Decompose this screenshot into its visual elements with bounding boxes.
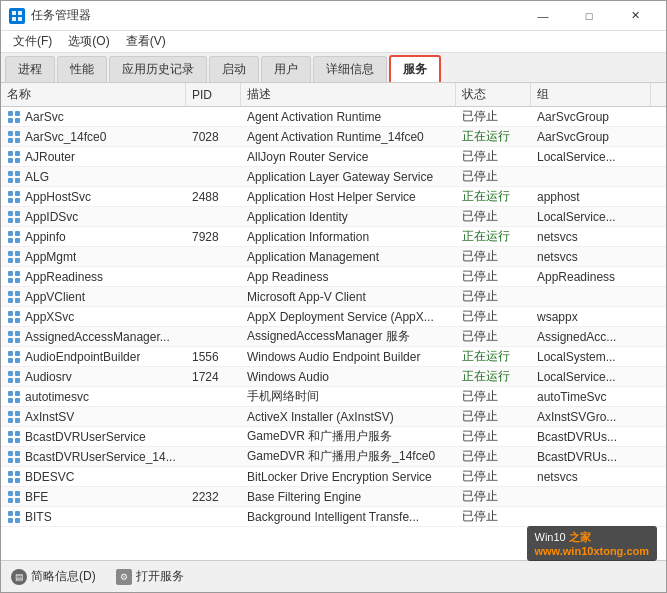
table-row[interactable]: AarSvc_14fce07028Agent Activation Runtim…: [1, 127, 666, 147]
svg-rect-51: [15, 338, 20, 343]
service-status: 已停止: [456, 267, 531, 286]
svg-rect-76: [8, 471, 13, 476]
service-icon: [7, 450, 21, 464]
svg-rect-57: [15, 371, 20, 376]
service-desc: Windows Audio Endpoint Builder: [241, 347, 456, 366]
service-desc: Agent Activation Runtime: [241, 107, 456, 126]
service-name: AxInstSV: [25, 410, 74, 424]
col-header-group[interactable]: 组: [531, 83, 651, 106]
service-icon: [7, 310, 21, 324]
col-header-status[interactable]: 状态: [456, 83, 531, 106]
col-header-pid[interactable]: PID: [186, 83, 241, 106]
svg-rect-78: [8, 478, 13, 483]
minimize-button[interactable]: —: [520, 1, 566, 31]
svg-rect-47: [15, 318, 20, 323]
table-row[interactable]: AppXSvcAppX Deployment Service (AppX...已…: [1, 307, 666, 327]
service-desc: Application Management: [241, 247, 456, 266]
service-status: 已停止: [456, 287, 531, 306]
svg-rect-30: [8, 238, 13, 243]
tab-startup[interactable]: 启动: [209, 56, 259, 82]
tab-details[interactable]: 详细信息: [313, 56, 387, 82]
service-group: [531, 507, 651, 526]
tab-services[interactable]: 服务: [389, 55, 441, 82]
service-group: AppReadiness: [531, 267, 651, 286]
service-name-cell: BcastDVRUserService: [1, 427, 186, 446]
table-row[interactable]: BcastDVRUserServiceGameDVR 和广播用户服务已停止Bca…: [1, 427, 666, 447]
service-desc: Windows Audio: [241, 367, 456, 386]
table-row[interactable]: AssignedAccessManager...AssignedAccessMa…: [1, 327, 666, 347]
service-name: AppHostSvc: [25, 190, 91, 204]
table-row[interactable]: AarSvcAgent Activation Runtime已停止AarSvcG…: [1, 107, 666, 127]
service-name-cell: ALG: [1, 167, 186, 186]
service-name: BcastDVRUserService_14...: [25, 450, 176, 464]
table-row[interactable]: AudioEndpointBuilder1556Windows Audio En…: [1, 347, 666, 367]
service-name-cell: AppVClient: [1, 287, 186, 306]
table-row[interactable]: BFE2232Base Filtering Engine已停止: [1, 487, 666, 507]
maximize-button[interactable]: □: [566, 1, 612, 31]
tab-users[interactable]: 用户: [261, 56, 311, 82]
table-body[interactable]: AarSvcAgent Activation Runtime已停止AarSvcG…: [1, 107, 666, 560]
svg-rect-61: [15, 391, 20, 396]
table-row[interactable]: AppVClientMicrosoft App-V Client已停止: [1, 287, 666, 307]
svg-rect-27: [15, 218, 20, 223]
table-row[interactable]: AppHostSvc2488Application Host Helper Se…: [1, 187, 666, 207]
svg-rect-87: [15, 518, 20, 523]
service-desc: Application Information: [241, 227, 456, 246]
service-group: wsappx: [531, 307, 651, 326]
table-row[interactable]: autotimesvc手机网络时间已停止autoTimeSvc: [1, 387, 666, 407]
table-row[interactable]: AxInstSVActiveX Installer (AxInstSV)已停止A…: [1, 407, 666, 427]
service-group: [531, 287, 651, 306]
svg-rect-10: [8, 138, 13, 143]
svg-rect-14: [8, 158, 13, 163]
svg-rect-67: [15, 418, 20, 423]
table-row[interactable]: BITSBackground Intelligent Transfe...已停止: [1, 507, 666, 527]
open-services-icon: ⚙: [116, 569, 132, 585]
service-name-cell: AxInstSV: [1, 407, 186, 426]
menu-options[interactable]: 选项(O): [60, 31, 117, 52]
svg-rect-4: [8, 111, 13, 116]
service-status: 已停止: [456, 247, 531, 266]
app-icon: [9, 8, 25, 24]
table-row[interactable]: Appinfo7928Application Information正在运行ne…: [1, 227, 666, 247]
service-group: BcastDVRUs...: [531, 427, 651, 446]
service-name-cell: BITS: [1, 507, 186, 526]
table-row[interactable]: BDESVCBitLocker Drive Encryption Service…: [1, 467, 666, 487]
service-name-cell: AJRouter: [1, 147, 186, 166]
open-services-button[interactable]: ⚙ 打开服务: [116, 568, 184, 585]
table-row[interactable]: AppIDSvcApplication Identity已停止LocalServ…: [1, 207, 666, 227]
svg-rect-62: [8, 398, 13, 403]
table-row[interactable]: BcastDVRUserService_14...GameDVR 和广播用户服务…: [1, 447, 666, 467]
service-icon: [7, 230, 21, 244]
tab-app-history[interactable]: 应用历史记录: [109, 56, 207, 82]
tab-performance[interactable]: 性能: [57, 56, 107, 82]
service-pid: 1724: [186, 367, 241, 386]
tab-process[interactable]: 进程: [5, 56, 55, 82]
menu-bar: 文件(F) 选项(O) 查看(V): [1, 31, 666, 53]
col-header-desc[interactable]: 描述: [241, 83, 456, 106]
menu-file[interactable]: 文件(F): [5, 31, 60, 52]
svg-rect-22: [8, 198, 13, 203]
table-row[interactable]: AppReadinessApp Readiness已停止AppReadiness: [1, 267, 666, 287]
service-group: AarSvcGroup: [531, 107, 651, 126]
close-button[interactable]: ✕: [612, 1, 658, 31]
summary-button[interactable]: ▤ 简略信息(D): [11, 568, 96, 585]
service-desc: AssignedAccessManager 服务: [241, 327, 456, 346]
menu-view[interactable]: 查看(V): [118, 31, 174, 52]
table-row[interactable]: AJRouterAllJoyn Router Service已停止LocalSe…: [1, 147, 666, 167]
svg-rect-52: [8, 351, 13, 356]
svg-rect-42: [8, 298, 13, 303]
table-row[interactable]: ALGApplication Layer Gateway Service已停止: [1, 167, 666, 187]
svg-rect-44: [8, 311, 13, 316]
service-group: netsvcs: [531, 227, 651, 246]
service-name-cell: BcastDVRUserService_14...: [1, 447, 186, 466]
table-row[interactable]: Audiosrv1724Windows Audio正在运行LocalServic…: [1, 367, 666, 387]
svg-rect-79: [15, 478, 20, 483]
col-header-name[interactable]: 名称: [1, 83, 186, 106]
service-pid: [186, 467, 241, 486]
svg-rect-54: [8, 358, 13, 363]
service-name-cell: AppMgmt: [1, 247, 186, 266]
svg-rect-12: [8, 151, 13, 156]
tabs-bar: 进程 性能 应用历史记录 启动 用户 详细信息 服务: [1, 53, 666, 83]
svg-rect-5: [15, 111, 20, 116]
table-row[interactable]: AppMgmtApplication Management已停止netsvcs: [1, 247, 666, 267]
